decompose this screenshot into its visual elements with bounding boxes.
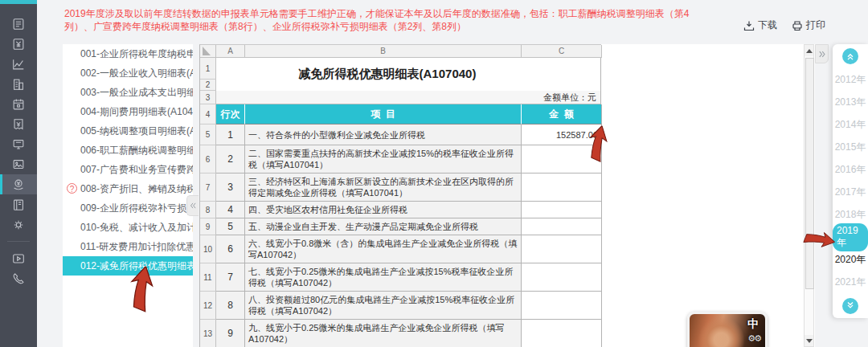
row-number[interactable]: 5 xyxy=(200,125,216,145)
sheet-title-block: 1 2 减免所得税优惠明细表(A107040) xyxy=(200,58,601,91)
sidebar-item-calendar[interactable] xyxy=(0,94,37,114)
row-number[interactable]: 4 xyxy=(200,104,216,125)
print-label: 打印 xyxy=(806,18,825,32)
row-number[interactable]: 9 xyxy=(200,218,216,235)
year-item[interactable]: 2021年 xyxy=(833,273,868,292)
sidebar-item-cashier[interactable] xyxy=(0,134,37,154)
scroll-down-button[interactable] xyxy=(805,335,813,346)
sidebar-item-tax-declare[interactable] xyxy=(0,174,37,194)
column-letter-a[interactable]: A xyxy=(216,45,245,58)
report-list-item-label: 009-企业所得税弥补亏损明... xyxy=(80,202,193,215)
row-number[interactable]: 11 xyxy=(200,263,216,292)
select-all-corner[interactable] xyxy=(200,45,216,58)
column-letter-b[interactable]: B xyxy=(245,45,522,58)
sidebar-item-report-form[interactable] xyxy=(0,14,37,34)
year-item-label: 2014年 xyxy=(835,118,866,132)
sidebar-item-ledger-book[interactable] xyxy=(0,194,37,214)
report-list-item-label: 012-减免所得税优惠明细表(... xyxy=(80,259,193,273)
app-window: 2019年度涉及取以前年度结转数据的申报表单元格需要手工维护正确，才能保证本年及… xyxy=(0,0,868,347)
line-no-cell: 2 xyxy=(216,145,245,174)
amount-cell[interactable] xyxy=(522,145,602,174)
expand-year-panel-tab[interactable] xyxy=(815,44,829,63)
sidebar-item-video-tutorial[interactable] xyxy=(0,248,37,268)
report-list-item[interactable]: 007-广告费和业务宣传费跨... xyxy=(63,160,193,179)
table-row: 139九、线宽小于0.25微米的集成电路生产企业减免企业所得税（填写A10704… xyxy=(200,320,601,347)
report-list-item[interactable]: 011-研发费用加计扣除优惠... xyxy=(63,237,193,256)
year-item[interactable]: 2012年 xyxy=(833,70,868,89)
amount-cell[interactable] xyxy=(522,235,602,263)
report-list-item[interactable]: 003-一般企业成本支出明细... xyxy=(63,83,193,102)
row-number[interactable]: 7 xyxy=(200,174,216,202)
chevron-right-double-icon xyxy=(817,50,826,59)
report-list-item[interactable]: 012-减免所得税优惠明细表(... xyxy=(63,256,193,276)
header-line-no: 行次 xyxy=(216,104,245,125)
table-header-row: 4 行次 项 目 金 额 xyxy=(200,104,601,125)
sidebar-item-voucher[interactable] xyxy=(0,34,37,54)
row-number[interactable]: 8 xyxy=(200,202,216,218)
sidebar-item-workbench[interactable] xyxy=(0,154,37,174)
row-number[interactable]: 3 xyxy=(200,91,216,104)
year-item[interactable]: 2019年 xyxy=(833,228,868,247)
amount-cell[interactable] xyxy=(522,292,602,320)
table-row: 51一、符合条件的小型微利企业减免企业所得税152587.00 xyxy=(200,125,601,145)
row-number[interactable]: 13 xyxy=(200,320,216,347)
row-number[interactable]: 10 xyxy=(200,235,216,263)
report-list-item-label: 002-一般企业收入明细表(A1... xyxy=(80,67,193,80)
report-list-item[interactable]: 004-期间费用明细表(A1040... xyxy=(63,102,193,121)
year-scroll-up-button[interactable] xyxy=(842,48,858,64)
scrollbar-thumb[interactable] xyxy=(805,58,814,289)
amount-cell[interactable] xyxy=(522,320,602,347)
year-item-label: 2017年 xyxy=(835,186,866,199)
report-list-item[interactable]: 001-企业所得税年度纳税申... xyxy=(63,44,193,63)
chevron-up-double-icon xyxy=(845,51,855,61)
collapse-list-tab[interactable] xyxy=(186,195,199,216)
year-item-label: 2015年 xyxy=(835,141,866,154)
report-list-item[interactable]: ?008-资产折旧、摊销及纳税... xyxy=(63,179,193,198)
sidebar-item-invoice[interactable] xyxy=(0,114,37,134)
report-list-panel: 001-企业所得税年度纳税申...002-一般企业收入明细表(A1...003-… xyxy=(63,44,193,347)
report-list-item[interactable]: 002-一般企业收入明细表(A1... xyxy=(63,63,193,83)
item-cell: 八、投资额超过80亿元的集成电路生产企业减按15%税率征收企业所得税（填写A10… xyxy=(245,292,522,320)
report-list-item[interactable]: 009-企业所得税弥补亏损明... xyxy=(63,198,193,218)
row-number[interactable]: 12 xyxy=(200,292,216,320)
amount-cell[interactable]: 152587.00 xyxy=(522,125,602,145)
download-button[interactable]: 下载 xyxy=(743,18,777,32)
row-number[interactable]: 1 xyxy=(200,58,216,80)
row-number[interactable]: 2 xyxy=(200,80,216,91)
amount-cell[interactable] xyxy=(522,174,602,202)
ime-settings-icon[interactable]: ⚙⚙ xyxy=(747,333,760,344)
line-no-cell: 9 xyxy=(216,320,245,347)
year-item[interactable]: 2014年 xyxy=(833,115,868,134)
ime-chinese-indicator[interactable]: 中 xyxy=(747,317,759,332)
report-list-item[interactable]: 005-纳税调整项目明细表(A1... xyxy=(63,121,193,141)
line-no-cell: 5 xyxy=(216,218,245,235)
amount-cell[interactable] xyxy=(522,218,602,235)
year-item[interactable]: 2020年 xyxy=(833,251,868,270)
amount-cell[interactable] xyxy=(522,263,602,292)
scroll-up-button[interactable] xyxy=(805,45,813,56)
year-item[interactable]: 2017年 xyxy=(833,183,868,202)
year-item[interactable]: 2016年 xyxy=(833,160,868,179)
year-item[interactable]: 2018年 xyxy=(833,206,868,225)
column-letter-c[interactable]: C xyxy=(522,45,602,58)
report-list-item[interactable]: 010-免税、减计收入及加计... xyxy=(63,218,193,237)
sheet-scrollbar[interactable] xyxy=(804,44,814,347)
sidebar-item-phone-support[interactable] xyxy=(0,268,37,288)
year-item-label: 2012年 xyxy=(835,73,866,87)
year-item[interactable]: 2015年 xyxy=(833,137,868,157)
report-list-item[interactable]: 006-职工薪酬纳税调整明细... xyxy=(63,141,193,160)
print-button[interactable]: 打印 xyxy=(792,18,825,32)
ime-widget[interactable]: 中 ⚙⚙ xyxy=(687,312,768,347)
year-item-label: 2018年 xyxy=(835,208,866,222)
sidebar-item-company[interactable] xyxy=(0,74,37,94)
table-row: 84四、受灾地区农村信用社免征企业所得税 xyxy=(200,202,601,218)
item-cell: 四、受灾地区农村信用社免征企业所得税 xyxy=(245,202,522,218)
amount-cell[interactable] xyxy=(522,202,602,218)
year-item-label: 2020年 xyxy=(835,253,866,267)
report-list-item-label: 010-免税、减计收入及加计... xyxy=(80,221,193,235)
sidebar-item-chart[interactable] xyxy=(0,54,37,74)
sidebar-item-settings-gear[interactable] xyxy=(0,214,37,235)
row-number[interactable]: 6 xyxy=(200,145,216,174)
year-item[interactable]: 2013年 xyxy=(833,92,868,112)
year-scroll-down-button[interactable] xyxy=(842,298,858,314)
